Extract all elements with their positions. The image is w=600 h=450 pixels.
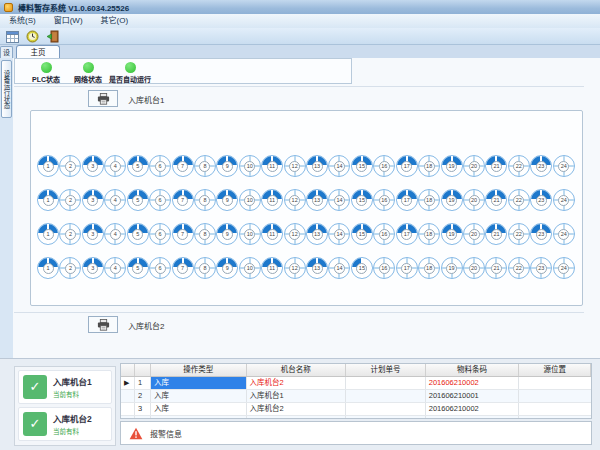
indicator-light-icon — [41, 62, 52, 73]
menu-item-2[interactable]: 其它(O) — [92, 14, 138, 28]
wheel-row-3: 123456789101112131415161718192021222324 — [37, 223, 575, 245]
machine2-print-button[interactable] — [88, 316, 118, 333]
col-source-location[interactable]: 源位置 — [519, 364, 591, 376]
table-row[interactable]: 2入库入库机台1201606210001 — [121, 390, 591, 403]
cell-material-barcode[interactable]: 201606210002 — [426, 377, 520, 389]
slot-number: 11 — [267, 263, 278, 274]
cell-machine-name[interactable] — [247, 416, 347, 419]
row-number[interactable]: 1 — [135, 377, 151, 389]
calendar-icon[interactable] — [5, 29, 20, 44]
row-indicator[interactable] — [121, 416, 135, 419]
machine2-header: 入库机台2 — [14, 312, 584, 334]
cell-plan-number[interactable] — [346, 416, 426, 419]
storage-slot-wheel: 17 — [396, 155, 418, 177]
cell-source-location[interactable] — [519, 390, 591, 402]
slot-number: 10 — [244, 229, 255, 240]
cell-plan-number[interactable] — [346, 403, 426, 415]
storage-slot-wheel: 21 — [485, 223, 507, 245]
tool-bar — [0, 28, 600, 45]
table-row[interactable]: ▶1入库入库机台2201606210002 — [121, 377, 591, 390]
cell-op-type[interactable]: 入库 — [151, 403, 247, 415]
printer-icon — [97, 93, 110, 105]
storage-slot-wheel: 19 — [441, 155, 463, 177]
col-row-number — [135, 364, 151, 376]
slot-number: 14 — [334, 263, 345, 274]
wheel-row-2: 123456789101112131415161718192021222324 — [37, 189, 575, 211]
storage-slot-wheel: 7 — [172, 257, 194, 279]
operations-table: 操作类型 机台名称 计划单号 物料条码 源位置 ▶1入库入库机台22016062… — [120, 363, 592, 419]
menu-bar: 系统(S)窗口(W)其它(O) — [0, 14, 600, 28]
storage-slot-wheel: 23 — [530, 257, 552, 279]
storage-slot-wheel: 5 — [127, 223, 149, 245]
indicator-light-icon — [125, 62, 136, 73]
tab-home[interactable]: 主页 — [16, 45, 60, 58]
storage-slot-wheel: 13 — [306, 257, 328, 279]
slot-number: 1 — [43, 195, 54, 206]
storage-slot-wheel: 10 — [239, 189, 261, 211]
slot-number: 9 — [222, 263, 233, 274]
storage-slot-wheel: 9 — [216, 155, 238, 177]
row-indicator[interactable] — [121, 390, 135, 402]
col-machine-name[interactable]: 机台名称 — [247, 364, 347, 376]
slot-number: 8 — [199, 229, 210, 240]
cell-plan-number[interactable] — [346, 377, 426, 389]
row-number[interactable]: 3 — [135, 403, 151, 415]
slot-number: 20 — [469, 229, 480, 240]
table-row[interactable]: 4 — [121, 416, 591, 419]
cell-op-type[interactable]: 入库 — [151, 377, 247, 389]
clock-icon[interactable] — [25, 29, 40, 44]
bottom-dock: ✓入库机台1当前有料✓入库机台2当前有料 操作类型 机台名称 计划单号 物料条码… — [0, 358, 600, 450]
cell-material-barcode[interactable]: 201606210002 — [426, 403, 520, 415]
storage-slot-wheel: 12 — [284, 189, 306, 211]
menu-item-0[interactable]: 系统(S) — [0, 14, 45, 28]
card-machine-name: 入库机台2 — [53, 412, 92, 424]
row-indicator[interactable]: ▶ — [121, 377, 135, 389]
slot-number: 16 — [379, 195, 390, 206]
indicator-0: PLC状态 — [25, 59, 67, 85]
cell-machine-name[interactable]: 入库机台1 — [247, 390, 347, 402]
cell-source-location[interactable] — [519, 416, 591, 419]
storage-slot-wheel: 2 — [59, 223, 81, 245]
col-op-type[interactable]: 操作类型 — [151, 364, 247, 376]
cell-material-barcode[interactable] — [426, 416, 520, 419]
cell-machine-name[interactable]: 入库机台2 — [247, 377, 347, 389]
cell-machine-name[interactable]: 入库机台2 — [247, 403, 347, 415]
slot-number: 17 — [401, 161, 412, 172]
cell-op-type[interactable]: 入库 — [151, 390, 247, 402]
slot-number: 14 — [334, 161, 345, 172]
row-indicator[interactable] — [121, 403, 135, 415]
row-number[interactable]: 2 — [135, 390, 151, 402]
cell-op-type[interactable] — [151, 416, 247, 419]
storage-slot-wheel: 20 — [463, 257, 485, 279]
storage-slot-wheel: 3 — [82, 223, 104, 245]
slot-number: 23 — [536, 195, 547, 206]
slot-number: 21 — [491, 161, 502, 172]
exit-icon[interactable] — [45, 29, 60, 44]
storage-slot-wheel: 15 — [351, 223, 373, 245]
card-machine-name: 入库机台1 — [53, 375, 92, 387]
slot-number: 5 — [132, 161, 143, 172]
side-panel-tab[interactable]: 设备运行状态 — [1, 60, 12, 118]
tab-side-panel-stub[interactable]: 设 — [0, 46, 13, 58]
slot-number: 1 — [43, 161, 54, 172]
storage-slot-wheel: 18 — [418, 223, 440, 245]
menu-item-1[interactable]: 窗口(W) — [45, 14, 92, 28]
table-row[interactable]: 3入库入库机台2201606210002 — [121, 403, 591, 416]
col-plan-number[interactable]: 计划单号 — [346, 364, 426, 376]
cell-plan-number[interactable] — [346, 390, 426, 402]
col-material-barcode[interactable]: 物料条码 — [426, 364, 520, 376]
row-number[interactable]: 4 — [135, 416, 151, 419]
cell-source-location[interactable] — [519, 377, 591, 389]
cell-material-barcode[interactable]: 201606210001 — [426, 390, 520, 402]
storage-slot-wheel: 2 — [59, 257, 81, 279]
storage-slot-wheel: 11 — [261, 223, 283, 245]
slot-number: 9 — [222, 161, 233, 172]
machine1-print-button[interactable] — [88, 90, 118, 107]
storage-slot-wheel: 23 — [530, 223, 552, 245]
slot-number: 4 — [110, 161, 121, 172]
storage-slot-wheel: 24 — [553, 257, 575, 279]
cell-source-location[interactable] — [519, 403, 591, 415]
storage-slot-wheel: 23 — [530, 155, 552, 177]
storage-slot-wheel: 18 — [418, 155, 440, 177]
storage-slot-wheel: 1 — [37, 189, 59, 211]
